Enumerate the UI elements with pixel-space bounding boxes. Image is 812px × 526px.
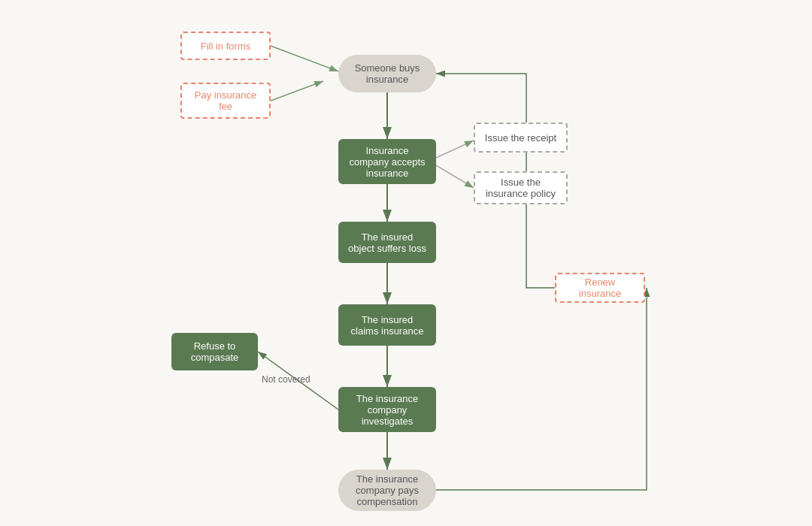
fill-in-forms-label: Fill in forms (201, 41, 250, 52)
flowchart: Fill in forms Pay insurance fee Someone … (0, 0, 812, 526)
accepts-insurance-label: Insurance company accepts insurance (347, 145, 427, 179)
issue-receipt-label: Issue the receipt (485, 132, 556, 144)
claims-insurance-label: The insured claims insurance (347, 314, 427, 337)
investigates-label: The insurance company investigates (347, 393, 427, 427)
issue-policy-label: Issue the insurance policy (484, 177, 557, 199)
svg-line-3 (271, 81, 323, 101)
svg-line-5 (436, 141, 474, 158)
issue-policy-node: Issue the insurance policy (474, 171, 568, 204)
investigates-node: The insurance company investigates (338, 387, 436, 432)
refuse-compensate-node: Refuse to compasate (171, 333, 258, 370)
pay-fee-node: Pay insurance fee (180, 83, 271, 119)
pays-compensation-node: The insurance company pays compensation (338, 470, 436, 511)
not-covered-label: Not covered (262, 374, 311, 385)
buys-insurance-label: Someone buys insurance (353, 62, 421, 85)
renew-insurance-label: Renew insurance (565, 277, 635, 299)
claims-insurance-node: The insured claims insurance (338, 304, 436, 346)
svg-line-6 (436, 165, 474, 188)
issue-receipt-node: Issue the receipt (474, 122, 568, 153)
refuse-compensate-label: Refuse to compasate (180, 340, 249, 363)
pay-fee-label: Pay insurance fee (191, 89, 260, 112)
insured-loss-label: The insured object suffers loss (347, 231, 427, 254)
svg-line-2 (271, 46, 338, 71)
buys-insurance-node: Someone buys insurance (338, 55, 436, 92)
renew-insurance-node: Renew insurance (555, 273, 645, 303)
fill-in-forms-node: Fill in forms (180, 32, 271, 60)
accepts-insurance-node: Insurance company accepts insurance (338, 139, 436, 184)
insured-loss-node: The insured object suffers loss (338, 222, 436, 263)
pays-compensation-label: The insurance company pays compensation (353, 473, 421, 507)
